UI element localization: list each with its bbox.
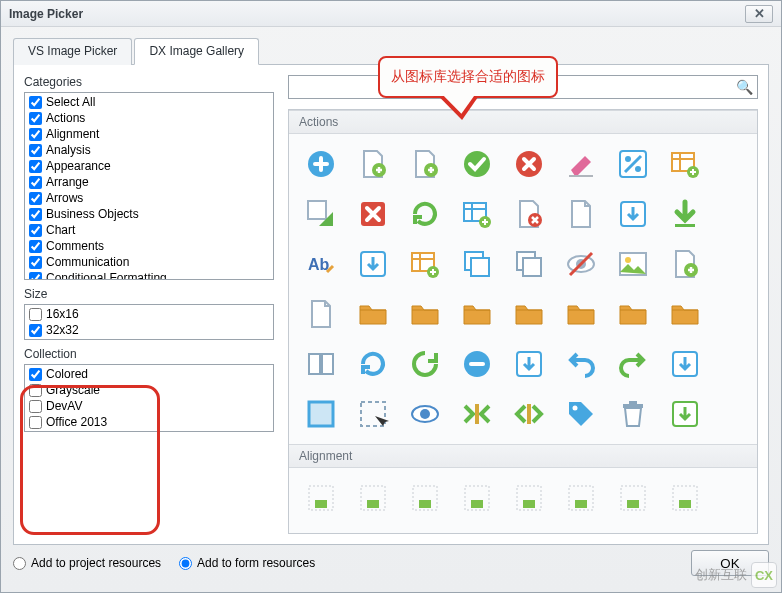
table-edit-icon[interactable] (405, 244, 445, 284)
window-close-button[interactable]: ✕ (745, 5, 773, 23)
refresh-blue-icon[interactable] (353, 344, 393, 384)
resource-radio[interactable]: Add to form resources (179, 556, 315, 570)
align-bottom-left-icon[interactable] (353, 478, 393, 518)
category-row[interactable]: Select All (25, 94, 273, 110)
category-checkbox[interactable] (29, 96, 42, 109)
folder-out-icon[interactable] (613, 294, 653, 334)
refresh-green-icon[interactable] (405, 194, 445, 234)
page-add-icon[interactable] (665, 244, 705, 284)
table-refresh-icon[interactable] (457, 194, 497, 234)
category-checkbox[interactable] (29, 160, 42, 173)
redo-icon[interactable] (613, 344, 653, 384)
category-row[interactable]: Comments (25, 238, 273, 254)
tab-dx[interactable]: DX Image Gallery (134, 38, 259, 65)
category-checkbox[interactable] (29, 256, 42, 269)
size-listbox[interactable]: 16x1632x32 (24, 304, 274, 340)
export-icon[interactable] (665, 344, 705, 384)
collection-row[interactable]: Office 2013 (25, 414, 273, 430)
icon-gallery[interactable]: ActionsAbAlignment (288, 109, 758, 534)
size-row[interactable]: 32x32 (25, 322, 273, 338)
category-row[interactable]: Arrows (25, 190, 273, 206)
align-top-center-icon[interactable] (613, 478, 653, 518)
category-row[interactable]: Appearance (25, 158, 273, 174)
category-row[interactable]: Alignment (25, 126, 273, 142)
collection-row[interactable]: DevAV (25, 398, 273, 414)
categories-listbox[interactable]: Select AllActionsAlignmentAnalysisAppear… (24, 92, 274, 280)
show-icon[interactable] (405, 394, 445, 434)
category-checkbox[interactable] (29, 112, 42, 125)
align-bottom-right-icon[interactable] (405, 478, 445, 518)
download-green-icon[interactable] (665, 194, 705, 234)
category-checkbox[interactable] (29, 224, 42, 237)
collection-row[interactable]: Colored (25, 366, 273, 382)
category-checkbox[interactable] (29, 272, 42, 281)
align-mid-right-icon[interactable] (561, 478, 601, 518)
category-row[interactable]: Communication (25, 254, 273, 270)
category-row[interactable]: Chart (25, 222, 273, 238)
close-box-icon[interactable] (353, 194, 393, 234)
page-delete-icon[interactable] (509, 194, 549, 234)
back-box-icon[interactable] (509, 344, 549, 384)
upload-icon[interactable] (665, 394, 705, 434)
book-icon[interactable] (301, 344, 341, 384)
down-box-icon[interactable] (353, 244, 393, 284)
add-circle-icon[interactable] (301, 144, 341, 184)
tab-vs[interactable]: VS Image Picker (13, 38, 132, 65)
clear-icon[interactable] (561, 144, 601, 184)
align-mid-left-icon[interactable] (509, 478, 549, 518)
add-page-icon[interactable] (353, 144, 393, 184)
remove-circle-icon[interactable] (457, 344, 497, 384)
stretch-icon[interactable] (509, 394, 549, 434)
folder-open-icon[interactable] (509, 294, 549, 334)
add-doc-icon[interactable] (405, 144, 445, 184)
squeeze-icon[interactable] (457, 394, 497, 434)
category-checkbox[interactable] (29, 128, 42, 141)
category-row[interactable]: Conditional Formatting (25, 270, 273, 280)
picture-icon[interactable] (613, 244, 653, 284)
category-checkbox[interactable] (29, 176, 42, 189)
table-add-icon[interactable] (665, 144, 705, 184)
percent-icon[interactable] (613, 144, 653, 184)
category-row[interactable]: Analysis (25, 142, 273, 158)
collection-listbox[interactable]: ColoredGrayscaleDevAVOffice 2013 (24, 364, 274, 432)
collection-checkbox[interactable] (29, 416, 42, 429)
align-top-left-icon[interactable] (665, 478, 705, 518)
apply-icon[interactable] (457, 144, 497, 184)
spellcheck-icon[interactable]: Ab (301, 244, 341, 284)
download-box-icon[interactable] (613, 194, 653, 234)
collection-checkbox[interactable] (29, 368, 42, 381)
category-row[interactable]: Business Objects (25, 206, 273, 222)
duplicate-icon[interactable] (509, 244, 549, 284)
page-icon[interactable] (561, 194, 601, 234)
resource-radio[interactable]: Add to project resources (13, 556, 161, 570)
folder-up-icon[interactable] (405, 294, 445, 334)
folder-refresh-icon[interactable] (457, 294, 497, 334)
new-doc-icon[interactable] (301, 294, 341, 334)
trash-icon[interactable] (613, 394, 653, 434)
category-checkbox[interactable] (29, 208, 42, 221)
hide-icon[interactable] (561, 244, 601, 284)
category-row[interactable]: Actions (25, 110, 273, 126)
size-row[interactable]: 16x16 (25, 306, 273, 322)
copy-icon[interactable] (457, 244, 497, 284)
category-checkbox[interactable] (29, 192, 42, 205)
reload-icon[interactable] (405, 344, 445, 384)
select-dashed-icon[interactable] (353, 394, 393, 434)
folder-star-icon[interactable] (561, 294, 601, 334)
align-bottom-center-icon[interactable] (301, 478, 341, 518)
collection-checkbox[interactable] (29, 400, 42, 413)
category-checkbox[interactable] (29, 240, 42, 253)
convert-icon[interactable] (301, 194, 341, 234)
tag-icon[interactable] (561, 394, 601, 434)
cancel-circle-icon[interactable] (509, 144, 549, 184)
select-all-icon[interactable] (301, 394, 341, 434)
collection-checkbox[interactable] (29, 384, 42, 397)
category-checkbox[interactable] (29, 144, 42, 157)
size-checkbox[interactable] (29, 324, 42, 337)
resource-radio-input[interactable] (179, 557, 192, 570)
folder-icon[interactable] (353, 294, 393, 334)
undo-icon[interactable] (561, 344, 601, 384)
collection-row[interactable]: Grayscale (25, 382, 273, 398)
folder-go-icon[interactable] (665, 294, 705, 334)
align-mid-center-icon[interactable] (457, 478, 497, 518)
